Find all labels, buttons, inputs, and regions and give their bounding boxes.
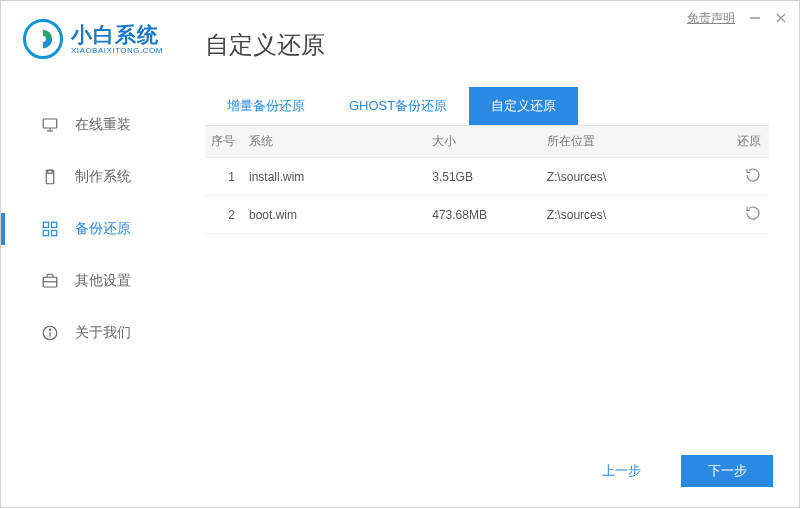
svg-rect-12 (52, 231, 57, 236)
sidebar-item-about[interactable]: 关于我们 (1, 307, 191, 359)
cell-system: boot.wim (249, 208, 432, 222)
svg-rect-11 (43, 231, 48, 236)
cell-location: Z:\sources\ (547, 170, 707, 184)
next-button[interactable]: 下一步 (681, 455, 773, 487)
tab-ghost-backup[interactable]: GHOST备份还原 (327, 87, 469, 125)
svg-rect-8 (48, 170, 53, 173)
sidebar-item-label: 在线重装 (75, 116, 131, 134)
sidebar-item-online-reinstall[interactable]: 在线重装 (1, 99, 191, 151)
sidebar-item-label: 关于我们 (75, 324, 131, 342)
tab-bar: 增量备份还原 GHOST备份还原 自定义还原 (205, 87, 769, 126)
header-system: 系统 (249, 133, 432, 150)
briefcase-icon (41, 272, 59, 290)
header-location: 所在位置 (547, 133, 707, 150)
restore-icon[interactable] (745, 205, 761, 221)
sidebar-item-label: 备份还原 (75, 220, 131, 238)
page-title: 自定义还原 (205, 29, 769, 61)
tab-incremental-backup[interactable]: 增量备份还原 (205, 87, 327, 125)
cell-size: 473.68MB (432, 208, 547, 222)
sidebar-item-label: 制作系统 (75, 168, 131, 186)
svg-rect-4 (43, 119, 57, 128)
cell-location: Z:\sources\ (547, 208, 707, 222)
restore-icon[interactable] (745, 167, 761, 183)
sidebar: 小白系统 XIAOBAIXITONG.COM 在线重装 制作系统 (1, 1, 191, 507)
svg-point-3 (40, 36, 46, 42)
svg-rect-10 (52, 222, 57, 227)
app-logo: 小白系统 XIAOBAIXITONG.COM (1, 19, 191, 59)
brand-name: 小白系统 (71, 23, 163, 46)
cell-system: install.wim (249, 170, 432, 184)
cell-index: 1 (209, 170, 249, 184)
table-row: 2 boot.wim 473.68MB Z:\sources\ (205, 196, 769, 234)
sidebar-item-make-system[interactable]: 制作系统 (1, 151, 191, 203)
brand-subtext: XIAOBAIXITONG.COM (71, 46, 163, 55)
info-icon (41, 324, 59, 342)
header-size: 大小 (432, 133, 547, 150)
logo-icon (23, 19, 63, 59)
restore-table: 序号 系统 大小 所在位置 还原 1 install.wim 3.51GB Z:… (205, 126, 769, 234)
svg-point-17 (49, 329, 50, 330)
monitor-icon (41, 116, 59, 134)
table-header: 序号 系统 大小 所在位置 还原 (205, 126, 769, 158)
cell-size: 3.51GB (432, 170, 547, 184)
cell-index: 2 (209, 208, 249, 222)
main-content: 自定义还原 增量备份还原 GHOST备份还原 自定义还原 序号 系统 大小 所在… (191, 1, 799, 507)
usb-icon (41, 168, 59, 186)
header-index: 序号 (209, 133, 249, 150)
sidebar-item-backup-restore[interactable]: 备份还原 (1, 203, 191, 255)
tab-custom-restore[interactable]: 自定义还原 (469, 87, 578, 125)
header-restore: 还原 (707, 133, 761, 150)
sidebar-item-other-settings[interactable]: 其他设置 (1, 255, 191, 307)
grid-icon (41, 220, 59, 238)
table-row: 1 install.wim 3.51GB Z:\sources\ (205, 158, 769, 196)
sidebar-item-label: 其他设置 (75, 272, 131, 290)
prev-button[interactable]: 上一步 (575, 455, 667, 487)
svg-rect-9 (43, 222, 48, 227)
